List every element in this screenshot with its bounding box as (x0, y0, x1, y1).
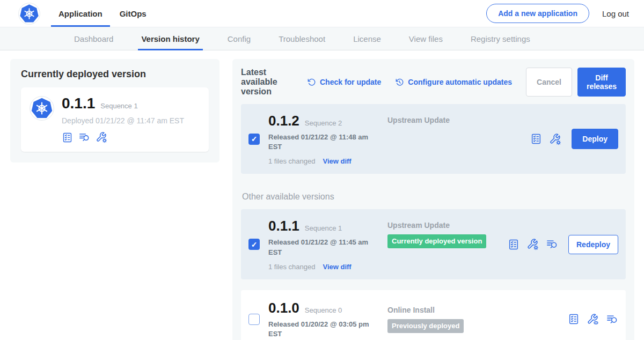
version-source: Upstream Update Currently deployed versi… (386, 221, 508, 248)
released-timestamp: Released 01/20/22 @ 03:05 pm EST (268, 320, 374, 339)
preflight-checks-icon[interactable] (62, 132, 73, 143)
top-tabs: Application GitOps (51, 0, 154, 27)
preflight-checks-icon[interactable] (508, 239, 519, 250)
other-versions-title: Other available versions (242, 192, 626, 202)
check-for-update-link[interactable]: Check for update (307, 78, 381, 87)
version-source: Online Install Previously deployed (386, 306, 568, 333)
version-info: 0.1.1 Sequence 1 Released 01/21/22 @ 11:… (268, 218, 386, 270)
edit-config-icon[interactable] (526, 238, 539, 250)
version-history-panel: Latest available version Check for updat… (232, 59, 634, 340)
subnav-config[interactable]: Config (228, 27, 251, 50)
sequence-label: Sequence 0 (305, 306, 342, 314)
latest-available-title: Latest available version (241, 68, 299, 97)
topbar-actions: Add a new application Log out (486, 4, 629, 23)
subnav-registry-settings[interactable]: Registry settings (471, 27, 530, 50)
source-label: Upstream Update (387, 221, 508, 230)
diff-releases-button[interactable]: Diff releases (577, 68, 626, 97)
deployed-icon-row (62, 131, 184, 143)
deploy-logs-icon[interactable] (546, 238, 558, 250)
tab-application[interactable]: Application (51, 0, 110, 27)
view-diff-link[interactable]: View diff (323, 157, 351, 165)
cancel-button[interactable]: Cancel (526, 68, 572, 97)
refresh-icon (307, 78, 316, 87)
version-checkbox[interactable] (248, 239, 260, 250)
subnav-license[interactable]: License (353, 27, 381, 50)
header-actions: Cancel Diff releases (526, 68, 626, 97)
tab-gitops[interactable]: GitOps (112, 0, 154, 27)
version-source: Upstream Update (386, 116, 530, 124)
app-subnav: Dashboard Version history Config Trouble… (0, 27, 644, 50)
add-new-application-button[interactable]: Add a new application (486, 4, 589, 23)
version-number: 0.1.0 (268, 300, 299, 316)
released-timestamp: Released 01/21/22 @ 11:48 am EST (268, 132, 374, 152)
kubernetes-logo-icon[interactable] (18, 3, 40, 25)
version-row-0-1-0: 0.1.0 Sequence 0 Released 01/20/22 @ 03:… (241, 290, 626, 340)
released-timestamp: Released 01/21/22 @ 11:45 am EST (268, 238, 374, 257)
version-checkbox[interactable] (248, 314, 260, 325)
deployed-version-info: 0.1.1 Sequence 1 Deployed 01/21/22 @ 11:… (62, 95, 184, 143)
version-number: 0.1.1 (268, 218, 299, 234)
sequence-label: Sequence 2 (305, 119, 342, 127)
version-actions: Redeploy (508, 235, 618, 254)
deployed-sequence-label: Sequence 1 (100, 102, 137, 110)
source-label: Online Install (387, 306, 568, 314)
currently-deployed-badge: Currently deployed version (387, 234, 486, 248)
previously-deployed-badge: Previously deployed (387, 319, 464, 333)
kots-admin-console: Application GitOps Add a new application… (0, 0, 644, 340)
preflight-checks-icon[interactable] (530, 133, 542, 145)
edit-config-icon[interactable] (549, 133, 561, 145)
view-config-icon[interactable] (587, 313, 599, 326)
edit-config-icon[interactable] (96, 131, 107, 143)
clock-update-icon (395, 78, 404, 87)
version-row-0-1-1: 0.1.1 Sequence 1 Released 01/21/22 @ 11:… (241, 209, 626, 279)
deploy-logs-icon[interactable] (606, 313, 618, 326)
top-navbar: Application GitOps Add a new application… (0, 0, 644, 27)
deployed-version-number: 0.1.1 (62, 95, 95, 112)
subnav-version-history[interactable]: Version history (141, 27, 199, 50)
tab-application-label: Application (58, 9, 103, 18)
version-actions (568, 313, 618, 326)
subnav-troubleshoot[interactable]: Troubleshoot (279, 27, 325, 50)
version-info: 0.1.0 Sequence 0 Released 01/20/22 @ 03:… (268, 300, 386, 339)
version-info: 0.1.2 Sequence 2 Released 01/21/22 @ 11:… (268, 113, 386, 165)
files-changed-label: 1 files changed (268, 263, 315, 271)
kubernetes-app-icon (30, 96, 54, 121)
deploy-logs-icon[interactable] (78, 131, 90, 143)
main-content: Currently deployed version 0.1.1 Sequenc… (0, 50, 644, 340)
version-checkbox[interactable] (248, 134, 260, 145)
files-changed-label: 1 files changed (268, 157, 315, 165)
version-actions: Deploy (530, 129, 618, 149)
source-label: Upstream Update (387, 116, 530, 124)
version-number: 0.1.2 (268, 113, 299, 129)
panel-header: Latest available version Check for updat… (241, 68, 626, 97)
deployed-timestamp: Deployed 01/21/22 @ 11:47 am EST (62, 116, 184, 125)
configure-automatic-updates-link[interactable]: Configure automatic updates (395, 78, 512, 87)
subnav-view-files[interactable]: View files (409, 27, 443, 50)
view-diff-link[interactable]: View diff (323, 263, 351, 271)
redeploy-button[interactable]: Redeploy (568, 235, 618, 254)
tab-gitops-label: GitOps (120, 9, 147, 18)
subnav-dashboard[interactable]: Dashboard (74, 27, 113, 50)
preflight-checks-icon[interactable] (568, 313, 580, 325)
deployed-version-card: 0.1.1 Sequence 1 Deployed 01/21/22 @ 11:… (21, 87, 209, 152)
logout-link[interactable]: Log out (602, 9, 629, 18)
deployed-card-title: Currently deployed version (21, 69, 209, 80)
version-row-0-1-2: 0.1.2 Sequence 2 Released 01/21/22 @ 11:… (241, 104, 626, 174)
currently-deployed-card: Currently deployed version 0.1.1 Sequenc… (10, 59, 219, 162)
sequence-label: Sequence 1 (305, 224, 342, 232)
deploy-button[interactable]: Deploy (572, 129, 618, 149)
